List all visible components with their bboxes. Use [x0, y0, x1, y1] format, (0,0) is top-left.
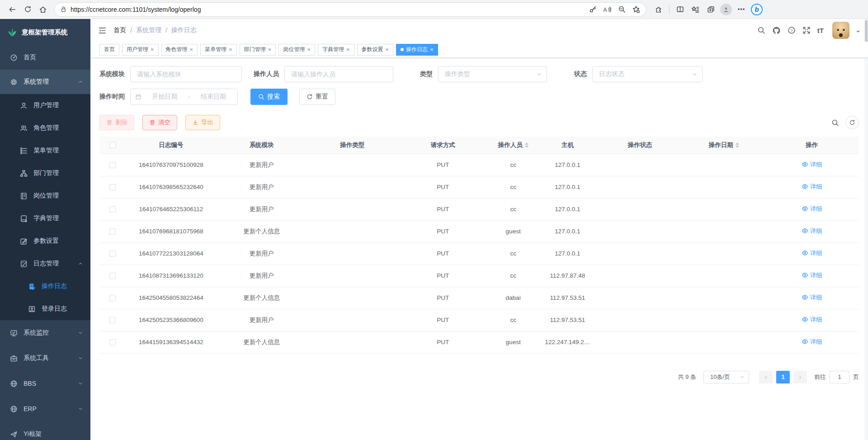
reset-button[interactable]: 重置 — [299, 89, 335, 105]
col-operator[interactable]: 操作人员 — [488, 137, 538, 154]
detail-link[interactable]: 详细 — [802, 316, 822, 324]
sidebar-item-monitor[interactable]: 系统监控 — [0, 320, 90, 345]
export-button[interactable]: 导出 — [185, 115, 220, 130]
status-filter-select[interactable]: 日志状态 — [592, 66, 703, 82]
tab-user-management[interactable]: 用户管理× — [122, 44, 159, 56]
next-page-button[interactable]: › — [793, 371, 807, 383]
header-search-icon[interactable] — [757, 26, 765, 34]
col-date[interactable]: 操作日期 — [683, 137, 764, 154]
sidebar-item-bbs[interactable]: BBS — [0, 371, 90, 396]
close-icon[interactable]: × — [151, 46, 154, 53]
sidebar-item-departments[interactable]: 部门管理 — [0, 162, 90, 185]
tab-parameter-settings[interactable]: 参数设置× — [357, 44, 394, 56]
sidebar-item-roles[interactable]: 角色管理 — [0, 117, 90, 139]
collapse-sidebar-icon[interactable] — [98, 26, 106, 35]
module-filter-input[interactable] — [130, 66, 242, 82]
date-range-picker[interactable]: 开始日期 - 结束日期 — [130, 89, 238, 105]
detail-link[interactable]: 详细 — [802, 161, 822, 169]
sidebar-item-users[interactable]: 用户管理 — [0, 94, 90, 117]
add-favorite-icon[interactable] — [629, 2, 643, 17]
row-checkbox[interactable] — [109, 251, 116, 257]
page-number-button[interactable]: 1 — [776, 371, 790, 383]
search-button[interactable]: 搜索 — [250, 89, 288, 105]
github-icon[interactable] — [772, 26, 781, 35]
sidebar-item-menus[interactable]: 菜单管理 — [0, 139, 90, 162]
tab-role-management[interactable]: 角色管理× — [161, 44, 198, 56]
page-scrollbar[interactable] — [864, 19, 868, 440]
address-bar[interactable]: https://ccnetcore.com:1101/system/log/op… — [54, 2, 646, 17]
sidebar-item-operation-log[interactable]: 操作日志 — [0, 275, 90, 298]
toggle-search-icon[interactable] — [831, 119, 839, 127]
favorites-icon[interactable] — [688, 2, 703, 17]
detail-link[interactable]: 详细 — [802, 293, 822, 302]
help-icon[interactable]: ? — [788, 26, 796, 34]
detail-link[interactable]: 详细 — [802, 183, 822, 191]
split-screen-icon[interactable] — [672, 2, 688, 17]
type-filter-select[interactable]: 操作类型 — [438, 66, 547, 82]
bing-chat-icon[interactable]: b — [749, 2, 764, 17]
close-icon[interactable]: × — [229, 46, 232, 53]
close-icon[interactable]: × — [268, 46, 272, 53]
row-checkbox[interactable] — [109, 184, 116, 190]
user-avatar[interactable] — [832, 22, 849, 39]
detail-link[interactable]: 详细 — [802, 338, 822, 346]
tab-home[interactable]: 首页 — [99, 44, 119, 56]
sort-icon[interactable] — [736, 141, 739, 150]
row-checkbox[interactable] — [109, 273, 116, 279]
detail-link[interactable]: 详细 — [802, 205, 822, 213]
detail-link[interactable]: 详细 — [802, 227, 822, 235]
prev-page-button[interactable]: ‹ — [759, 371, 773, 383]
back-icon[interactable] — [5, 2, 20, 17]
browser-profile-icon[interactable] — [718, 2, 734, 17]
sidebar-item-erp[interactable]: ERP — [0, 396, 90, 421]
avatar-caret-icon[interactable] — [856, 31, 860, 34]
sort-icon[interactable] — [525, 141, 528, 150]
operator-filter-input[interactable] — [284, 66, 393, 82]
row-checkbox[interactable] — [109, 295, 116, 301]
clear-button[interactable]: 清空 — [142, 115, 177, 130]
sidebar-item-home[interactable]: 首页 — [0, 45, 90, 70]
home-icon[interactable] — [35, 2, 51, 17]
extensions-icon[interactable] — [651, 2, 666, 17]
tab-menu-management[interactable]: 菜单管理× — [200, 44, 237, 56]
row-checkbox[interactable] — [109, 206, 116, 213]
page-size-select[interactable]: 10条/页 — [703, 371, 749, 383]
refresh-table-icon[interactable] — [845, 116, 859, 129]
sidebar-item-yi-framework[interactable]: Yi框架 — [0, 421, 90, 440]
collections-icon[interactable] — [703, 2, 718, 17]
close-icon[interactable]: × — [190, 46, 193, 53]
sidebar-item-tools[interactable]: 系统工具 — [0, 345, 90, 371]
fullscreen-icon[interactable] — [802, 26, 811, 34]
zoom-out-icon[interactable] — [614, 2, 629, 17]
refresh-icon[interactable] — [20, 2, 35, 17]
row-checkbox[interactable] — [109, 162, 116, 168]
sidebar-item-logs[interactable]: 日志管理 — [0, 252, 90, 275]
sidebar-item-dictionary[interactable]: 字典管理 — [0, 207, 90, 230]
delete-button[interactable]: 删除 — [99, 115, 134, 130]
close-icon[interactable]: × — [307, 46, 311, 53]
font-size-icon[interactable]: tT — [817, 27, 824, 34]
close-icon[interactable]: × — [430, 46, 434, 53]
goto-page-input[interactable] — [830, 371, 849, 383]
close-icon[interactable]: × — [346, 46, 350, 53]
browser-more-icon[interactable]: ••• — [734, 2, 749, 17]
app-logo[interactable]: 意框架管理系统 — [0, 19, 90, 45]
breadcrumb-home[interactable]: 首页 — [113, 26, 126, 34]
password-key-icon[interactable] — [585, 2, 600, 17]
detail-link[interactable]: 详细 — [802, 271, 822, 279]
tab-post-management[interactable]: 岗位管理× — [278, 44, 315, 56]
sidebar-item-posts[interactable]: 岗位管理 — [0, 185, 90, 207]
tab-department-management[interactable]: 部门管理× — [240, 44, 276, 56]
row-checkbox[interactable] — [109, 228, 116, 235]
sidebar-item-login-log[interactable]: 登录日志 — [0, 298, 90, 320]
row-checkbox[interactable] — [109, 317, 116, 323]
tab-dict-management[interactable]: 字典管理× — [318, 44, 354, 56]
sidebar-item-parameters[interactable]: 参数设置 — [0, 230, 90, 252]
select-all-checkbox[interactable] — [109, 142, 116, 148]
close-icon[interactable]: × — [386, 46, 389, 53]
detail-link[interactable]: 详细 — [802, 249, 822, 257]
read-aloud-icon[interactable]: A — [600, 2, 614, 17]
tab-operation-log[interactable]: 操作日志× — [396, 44, 438, 56]
row-checkbox[interactable] — [109, 339, 116, 345]
sidebar-item-system[interactable]: 系统管理 — [0, 70, 90, 94]
